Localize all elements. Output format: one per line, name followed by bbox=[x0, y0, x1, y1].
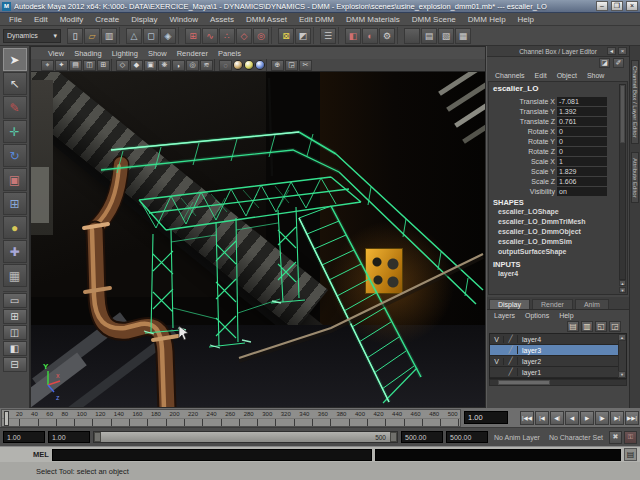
step-forward-key-button[interactable]: |▶ bbox=[595, 411, 609, 425]
layer-swatch[interactable]: ╱ bbox=[504, 346, 518, 354]
divider[interactable] bbox=[178, 27, 183, 44]
panel-menu-item[interactable]: Show bbox=[143, 49, 172, 58]
command-result-field[interactable] bbox=[375, 449, 621, 461]
camera-attributes-icon[interactable]: ✦ bbox=[55, 60, 68, 71]
hypershade-layout-button[interactable]: ⊟ bbox=[3, 357, 27, 372]
shape-node-item[interactable]: escalier_LO_DmmObject bbox=[493, 228, 627, 238]
scroll-down-icon[interactable]: ▼ bbox=[618, 371, 626, 378]
panel-menu-item[interactable]: Shading bbox=[69, 49, 107, 58]
select-hierarchy-icon[interactable]: △ bbox=[126, 28, 142, 44]
single-pane-layout-button[interactable]: ▭ bbox=[3, 293, 27, 308]
auto-key-icon[interactable]: ⚿ bbox=[624, 431, 637, 444]
scrollbar-thumb[interactable] bbox=[620, 85, 625, 143]
menu-item[interactable]: Assets bbox=[204, 15, 240, 24]
scrollbar-thumb[interactable] bbox=[498, 380, 550, 385]
scroll-up-icon[interactable]: ▲ bbox=[619, 280, 626, 286]
range-start-handle[interactable] bbox=[94, 432, 101, 442]
channel-box-scrollbar[interactable] bbox=[619, 84, 626, 280]
menu-item[interactable]: Modify bbox=[54, 15, 90, 24]
anim-layer-label[interactable]: No Anim Layer bbox=[491, 434, 543, 441]
xray-icon[interactable]: ◲ bbox=[285, 60, 298, 71]
quick-selection-field[interactable] bbox=[404, 28, 420, 44]
use-all-lights-icon[interactable]: ❋ bbox=[158, 60, 171, 71]
default-material-icon[interactable]: ◌ bbox=[219, 60, 232, 71]
channel-box-menu-item[interactable]: Channels bbox=[490, 72, 530, 79]
playback-start-field[interactable]: 1.00 bbox=[48, 431, 90, 443]
layer-swatch[interactable]: ╱ bbox=[504, 335, 518, 343]
occlusion-icon[interactable]: ◎ bbox=[186, 60, 199, 71]
channel-box-menu-item[interactable]: Object bbox=[552, 72, 582, 79]
range-end-handle[interactable] bbox=[390, 432, 397, 442]
highlight-selection-icon[interactable]: ◩ bbox=[295, 28, 311, 44]
panel-menu-item[interactable]: View bbox=[43, 49, 69, 58]
layer-editor-tab[interactable]: Anim bbox=[575, 299, 609, 309]
minimize-button[interactable]: – bbox=[596, 1, 608, 11]
snap-surface-icon[interactable]: ◎ bbox=[253, 28, 269, 44]
menu-item[interactable]: DMM Asset bbox=[240, 15, 293, 24]
panel-menu-item[interactable]: Panels bbox=[213, 49, 246, 58]
attribute-value-field[interactable]: 0 bbox=[557, 127, 607, 136]
lock-selection-icon[interactable]: ⊠ bbox=[278, 28, 294, 44]
paint-select-tool[interactable]: ✎ bbox=[3, 96, 27, 119]
menu-item[interactable]: Edit DMM bbox=[293, 15, 340, 24]
new-empty-layer-icon[interactable]: ▤ bbox=[567, 321, 579, 332]
new-layer-with-selected-icon[interactable]: ▥ bbox=[581, 321, 593, 332]
layer-swatch[interactable]: ╱ bbox=[504, 368, 518, 376]
layer-list-hscrollbar[interactable] bbox=[489, 379, 627, 386]
selected-object-name[interactable]: escalier_LO bbox=[493, 84, 627, 96]
divider[interactable] bbox=[214, 59, 218, 71]
animation-end-field[interactable]: 500.00 bbox=[446, 431, 488, 443]
attribute-value-field[interactable]: 1.392 bbox=[557, 107, 607, 116]
light-sphere-icon[interactable] bbox=[244, 60, 254, 70]
attribute-value-field[interactable]: -7.081 bbox=[557, 97, 607, 106]
render-current-frame-icon[interactable]: ◧ bbox=[345, 28, 361, 44]
soft-modification-tool[interactable]: ● bbox=[3, 216, 27, 239]
select-tool[interactable]: ➤ bbox=[3, 48, 27, 71]
show-channel-box-icon[interactable]: ▤ bbox=[421, 28, 437, 44]
layer-editor-menu-item[interactable]: Layers bbox=[489, 312, 520, 319]
open-scene-icon[interactable]: ▱ bbox=[84, 28, 100, 44]
snap-point-icon[interactable]: ∴ bbox=[219, 28, 235, 44]
panel-menu-item[interactable]: Renderer bbox=[172, 49, 213, 58]
input-node-item[interactable]: layer4 bbox=[493, 270, 627, 280]
show-manipulator-tool[interactable]: ✚ bbox=[3, 240, 27, 263]
move-to-layer-icon[interactable]: ◲ bbox=[609, 321, 621, 332]
layer-editor-tab[interactable]: Display bbox=[489, 299, 530, 309]
snap-plane-icon[interactable]: ◇ bbox=[236, 28, 252, 44]
time-slider[interactable]: 0204060801001201401601802002202402602803… bbox=[1, 409, 461, 427]
close-button[interactable]: × bbox=[626, 1, 638, 11]
sidebar-vertical-tab[interactable]: Channel Box / Layer Editor bbox=[631, 60, 639, 144]
layer-visibility-toggle[interactable]: V bbox=[490, 358, 504, 365]
motion-blur-icon[interactable]: ≋ bbox=[200, 60, 213, 71]
layer-swatch[interactable]: ╱ bbox=[504, 357, 518, 365]
animation-start-field[interactable]: 1.00 bbox=[3, 431, 45, 443]
construction-history-icon[interactable]: ☰ bbox=[320, 28, 336, 44]
layer-editor-menu-item[interactable]: Help bbox=[554, 312, 578, 319]
four-pane-layout-button[interactable]: ⊞ bbox=[3, 309, 27, 324]
ipr-render-icon[interactable]: ◐ bbox=[362, 28, 378, 44]
play-backwards-button[interactable]: ◀ bbox=[565, 411, 579, 425]
layer-list-scrollbar[interactable]: ▲ ▼ bbox=[618, 334, 626, 378]
channel-box-menu-item[interactable]: Show bbox=[582, 72, 610, 79]
attribute-value-field[interactable]: 1.606 bbox=[557, 177, 607, 186]
show-tool-settings-icon[interactable]: ▦ bbox=[455, 28, 471, 44]
divider[interactable] bbox=[338, 27, 343, 44]
close-icon[interactable]: × bbox=[618, 47, 627, 55]
divider[interactable] bbox=[111, 59, 115, 71]
show-attribute-editor-icon[interactable]: ▧ bbox=[438, 28, 454, 44]
rotate-tool[interactable]: ↻ bbox=[3, 144, 27, 167]
layer-row[interactable]: V ╱ layer4 bbox=[490, 334, 618, 345]
shape-node-item[interactable]: escalier_LOShape bbox=[493, 208, 627, 218]
layer-row[interactable]: ╱ layer3 bbox=[490, 345, 618, 356]
view-grid-icon[interactable]: ⊞ bbox=[97, 60, 110, 71]
attribute-value-field[interactable]: 0 bbox=[557, 137, 607, 146]
camera-select-icon[interactable]: ⌖ bbox=[41, 60, 54, 71]
menu-item[interactable]: Display bbox=[125, 15, 163, 24]
move-tool[interactable]: ✛ bbox=[3, 120, 27, 143]
shape-node-item[interactable]: escalier_LO_DmmTriMesh bbox=[493, 218, 627, 228]
wireframe-mode-icon[interactable]: ◇ bbox=[116, 60, 129, 71]
image-plane-icon[interactable]: ◫ bbox=[83, 60, 96, 71]
menu-item[interactable]: Help bbox=[512, 15, 540, 24]
select-component-icon[interactable]: ◈ bbox=[160, 28, 176, 44]
menu-item[interactable]: File bbox=[3, 15, 28, 24]
